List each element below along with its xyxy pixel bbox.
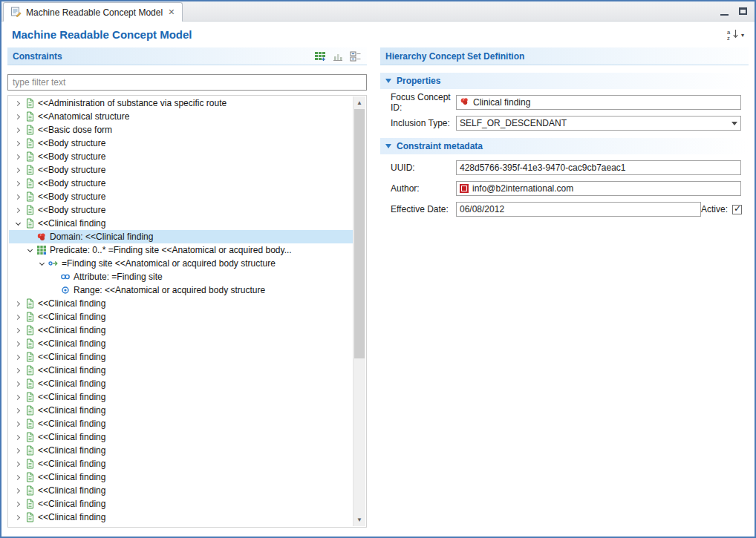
range-icon	[59, 284, 71, 296]
constraint-icon	[24, 471, 36, 483]
tree-item[interactable]: <<Clinical finding	[9, 457, 353, 470]
section-twisty-icon[interactable]	[385, 79, 391, 83]
scrollbar-thumb[interactable]	[354, 109, 365, 358]
tree-item[interactable]: <<Administration of substance via specif…	[9, 96, 353, 110]
focus-concept-row: Focus Concept ID: Clinical finding	[391, 95, 741, 110]
tree-item[interactable]: <<Clinical finding	[9, 350, 353, 364]
scroll-down-icon[interactable]: ▼	[353, 514, 365, 526]
chevron-right-icon[interactable]	[12, 177, 24, 189]
tree-item-label: <<Clinical finding	[38, 445, 105, 456]
constraint-icon	[24, 431, 36, 443]
chevron-right-icon[interactable]	[12, 378, 24, 390]
collapse-all-icon[interactable]	[350, 50, 362, 62]
chevron-right-icon[interactable]	[12, 431, 24, 443]
tree-item[interactable]: <<Clinical finding	[9, 217, 353, 230]
tree-item[interactable]: <<Body structure	[9, 203, 353, 217]
tree-item[interactable]: <<Body structure	[9, 163, 353, 177]
tree-item[interactable]: <<Clinical finding	[9, 310, 353, 324]
tree-item[interactable]: <<Clinical finding	[9, 470, 353, 484]
chevron-right-icon[interactable]	[12, 151, 24, 163]
tree-item[interactable]: <<Clinical finding	[9, 511, 353, 524]
tree-item[interactable]: <<Body structure	[9, 190, 353, 203]
chevron-right-icon[interactable]	[12, 418, 24, 430]
tree-item-label: <<Administration of substance via specif…	[38, 98, 227, 108]
tree-item[interactable]: <<Basic dose form	[9, 123, 353, 137]
chevron-right-icon[interactable]	[12, 485, 24, 496]
tree-item[interactable]: <<Clinical finding	[9, 377, 353, 390]
tree-item[interactable]: <<Clinical finding	[9, 417, 353, 430]
effective-date-field[interactable]	[456, 202, 701, 217]
tree-item[interactable]: =Finding site <<Anatomical or acquired b…	[9, 257, 353, 270]
tree-item[interactable]: <<Clinical finding	[9, 404, 353, 417]
constraint-icon	[24, 338, 36, 350]
active-label: Active:	[701, 204, 728, 214]
chevron-right-icon[interactable]	[12, 298, 24, 309]
constraint-icon	[24, 111, 36, 122]
tree-item[interactable]: <<Clinical finding	[9, 337, 353, 350]
chevron-right-icon[interactable]	[12, 471, 24, 483]
maximize-icon[interactable]	[739, 7, 747, 15]
chevron-right-icon[interactable]	[12, 498, 24, 510]
tree-item[interactable]: <<Clinical finding	[9, 444, 353, 457]
tree-item[interactable]: <<Body structure	[9, 137, 353, 150]
predicate-icon	[36, 244, 48, 256]
chevron-right-icon[interactable]	[12, 391, 24, 403]
chevron-right-icon[interactable]	[12, 511, 24, 523]
chevron-right-icon[interactable]	[12, 191, 24, 203]
editor-header: Machine Readable Concept Model az ▾	[1, 22, 755, 47]
sort-az-button[interactable]: az ▾	[726, 28, 744, 42]
tree-item[interactable]: Predicate: 0..* =Finding site <<Anatomic…	[9, 243, 353, 257]
chevron-spacer	[48, 284, 59, 296]
tree-scrollbar[interactable]: ▲ ▼	[353, 96, 365, 526]
chevron-right-icon[interactable]	[12, 404, 24, 416]
tree-item-label: <<Body structure	[38, 165, 105, 175]
tree-item[interactable]: <<Clinical finding	[9, 484, 353, 497]
active-checkbox[interactable]	[732, 205, 742, 214]
chevron-right-icon[interactable]	[12, 458, 24, 470]
chevron-right-icon[interactable]	[12, 137, 24, 149]
tree-item[interactable]: <<Body structure	[9, 150, 353, 163]
minimize-icon[interactable]	[720, 14, 729, 16]
chevron-down-icon[interactable]	[24, 244, 36, 256]
uuid-field[interactable]	[456, 160, 741, 175]
constraint-icon	[24, 444, 36, 456]
chevron-right-icon[interactable]	[12, 311, 24, 323]
close-icon[interactable]: ✕	[167, 7, 175, 17]
chevron-right-icon[interactable]	[12, 444, 24, 456]
chevron-right-icon[interactable]	[12, 124, 24, 136]
chevron-down-icon[interactable]	[12, 217, 24, 229]
tree-item[interactable]: <<Clinical finding	[9, 324, 353, 337]
inclusion-type-select[interactable]: SELF_OR_DESCENDANT	[456, 116, 741, 131]
tree-item[interactable]: Domain: <<Clinical finding	[9, 230, 353, 243]
tree-item[interactable]: Range: <<Anatomical or acquired body str…	[9, 283, 353, 297]
tree-item-label: <<Clinical finding	[38, 392, 105, 402]
tree-item[interactable]: <<Anatomical structure	[9, 110, 353, 123]
focus-concept-field[interactable]: Clinical finding	[456, 95, 741, 110]
tree-item[interactable]: <<Clinical finding	[9, 364, 353, 377]
tree-item[interactable]: <<Clinical finding	[9, 497, 353, 511]
editor-tab[interactable]: Machine Readable Concept Model ✕	[3, 2, 183, 22]
b2i-logo-icon	[460, 184, 469, 193]
chevron-right-icon[interactable]	[12, 351, 24, 363]
tree-item[interactable]: Attribute: =Finding site	[9, 270, 353, 283]
constraint-icon	[24, 404, 36, 416]
chevron-right-icon[interactable]	[12, 204, 24, 216]
chevron-down-icon[interactable]	[36, 257, 48, 269]
chart-icon[interactable]	[332, 50, 344, 62]
properties-title: Properties	[397, 76, 440, 86]
new-constraint-grid-icon[interactable]	[314, 50, 326, 62]
tree-item[interactable]: <<Body structure	[9, 177, 353, 190]
tree-item[interactable]: <<Clinical finding	[9, 390, 353, 404]
author-field[interactable]: info@b2international.com	[456, 181, 741, 196]
section-twisty-icon[interactable]	[385, 144, 391, 148]
tree-item[interactable]: <<Clinical finding	[9, 297, 353, 310]
chevron-right-icon[interactable]	[12, 338, 24, 350]
chevron-right-icon[interactable]	[12, 97, 24, 109]
scroll-up-icon[interactable]: ▲	[353, 96, 365, 109]
chevron-right-icon[interactable]	[12, 111, 24, 122]
tree-item[interactable]: <<Clinical finding	[9, 430, 353, 444]
chevron-right-icon[interactable]	[12, 364, 24, 376]
chevron-right-icon[interactable]	[12, 164, 24, 176]
filter-input[interactable]	[7, 74, 367, 91]
chevron-right-icon[interactable]	[12, 324, 24, 336]
